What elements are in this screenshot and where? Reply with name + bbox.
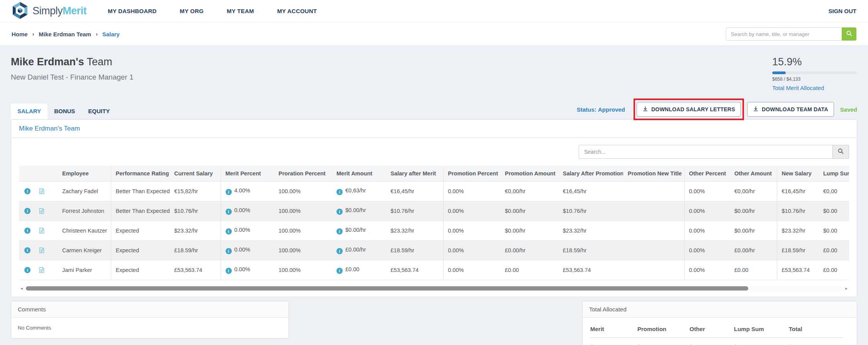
cell-promotion-percent: 0.00% <box>443 260 500 280</box>
info-icon[interactable]: i <box>226 248 232 254</box>
cell-salary-after-merit: $10.76/hr <box>386 201 443 221</box>
merit-progress-bar <box>772 71 856 74</box>
download-icon <box>642 106 648 113</box>
cell-merit-amount: i£0.00 <box>332 260 386 280</box>
cell-promotion-percent: 0.00% <box>443 201 500 221</box>
cell-new-salary: £53,563.74 <box>777 260 819 280</box>
cell-new-salary: $23.32/hr <box>777 221 819 241</box>
info-icon[interactable]: i <box>336 209 343 215</box>
cell-merit-amount: i£0.00/hr <box>332 241 386 260</box>
breadcrumb: Home›Mike Erdman Team›Salary <box>12 31 120 37</box>
info-icon[interactable]: i <box>336 248 343 254</box>
download-team-data-button[interactable]: DOWNLOAD TEAM DATA <box>747 102 834 117</box>
tab-bonus[interactable]: BONUS <box>48 104 82 119</box>
cell-other-percent: 0.00% <box>684 182 730 201</box>
comments-empty-text: No Comments <box>11 318 289 338</box>
scrollbar-thumb[interactable] <box>26 286 748 291</box>
info-icon[interactable]: i <box>24 267 31 273</box>
cell-other-percent: 0.00% <box>684 260 730 280</box>
total-allocated-value-promotion: $0.00 <box>637 338 690 345</box>
download-salary-letters-button[interactable]: DOWNLOAD SALARY LETTERS <box>637 102 741 117</box>
column-header-performance-rating: Performance Rating <box>111 166 170 182</box>
cell-merit-percent: i0.00% <box>221 201 274 221</box>
cell-merit-amount: i$0.00/hr <box>332 221 386 241</box>
cell-current-salary: £18.59/hr <box>170 241 221 260</box>
status-text: Status: Approved <box>577 106 625 113</box>
table-search-button[interactable] <box>833 145 849 159</box>
main-nav: MY DASHBOARDMY ORGMY TEAMMY ACCOUNT <box>108 8 317 14</box>
document-icon[interactable] <box>38 207 45 214</box>
cell-employee: Carmen Kreiger <box>58 241 111 260</box>
brand-logo[interactable]: SimplyMerit <box>12 2 87 20</box>
breadcrumb-item-home[interactable]: Home <box>12 31 28 37</box>
sign-out-button[interactable]: SIGN OUT <box>828 8 856 14</box>
team-panel: Mike Erdman's Team EmployeePerformance R… <box>11 119 857 297</box>
horizontal-scrollbar: ◂ ▸ <box>19 286 849 291</box>
info-icon[interactable]: i <box>336 189 343 195</box>
column-header-employee: Employee <box>58 166 111 182</box>
tab-salary[interactable]: SALARY <box>11 104 48 119</box>
cell-new-salary: €16,45/hr <box>777 182 819 201</box>
global-search <box>726 27 856 41</box>
info-icon[interactable]: i <box>226 209 232 215</box>
total-allocated-values-row: $657.95$0.00$0.00$0.00$657.95 <box>590 338 849 345</box>
cell-employee: Christeen Kautzer <box>58 221 111 241</box>
team-table-body: iZachary FadelBetter Than Expected€15,82… <box>19 182 849 280</box>
global-search-input[interactable] <box>726 27 842 41</box>
salary-table-clip: EmployeePerformance RatingCurrent Salary… <box>19 166 849 280</box>
info-icon[interactable]: i <box>226 228 232 235</box>
simplymerit-hex-icon <box>12 2 29 20</box>
cell-new-salary: $10.76/hr <box>777 201 819 221</box>
info-icon[interactable]: i <box>226 268 232 274</box>
cell-employee: Jami Parker <box>58 260 111 280</box>
info-icon[interactable]: i <box>226 189 232 195</box>
tab-equity[interactable]: EQUITY <box>82 104 116 119</box>
saved-badge: Saved <box>840 106 857 113</box>
scroll-left-icon[interactable]: ◂ <box>19 286 24 291</box>
cell-new-salary: £18.59/hr <box>777 241 819 260</box>
column-header-merit-percent: Merit Percent <box>221 166 274 182</box>
document-icon[interactable] <box>38 227 45 234</box>
total-merit-allocated-link[interactable]: Total Merit Allocated <box>772 85 856 91</box>
info-icon[interactable]: i <box>336 228 343 235</box>
document-icon[interactable] <box>38 267 45 274</box>
cell-employee: Forrest Johnston <box>58 201 111 221</box>
breadcrumb-item-salary[interactable]: Salary <box>102 31 120 37</box>
cell-current-salary: $23.32/hr <box>170 221 221 241</box>
breadcrumb-item-mike-erdman-team[interactable]: Mike Erdman Team <box>39 31 91 37</box>
info-icon[interactable]: i <box>24 228 31 234</box>
global-search-button[interactable] <box>842 27 856 41</box>
document-icon[interactable] <box>38 188 45 195</box>
page-subtitle: New Daniel Test - Finance Manager 1 <box>11 73 134 82</box>
cell-performance-rating: Expected <box>111 221 170 241</box>
team-panel-title[interactable]: Mike Erdman's Team <box>11 120 857 138</box>
total-allocated-panel: Total Allocated MeritPromotionOtherLump … <box>582 301 857 345</box>
nav-item-my-account[interactable]: MY ACCOUNT <box>277 8 317 14</box>
table-row: iCarmen KreigerExpected£18.59/hri0.00%10… <box>19 241 849 260</box>
column-header-promotion-new-title: Promotion New Title <box>623 166 684 182</box>
scroll-right-icon[interactable]: ▸ <box>844 286 849 291</box>
nav-item-my-team[interactable]: MY TEAM <box>227 8 254 14</box>
row-icons-cell: i <box>19 221 58 241</box>
cell-promotion-percent: 0.00% <box>443 182 500 201</box>
merit-percent: 15.9% <box>772 56 856 68</box>
total-allocated-column-promotion: Promotion <box>637 320 690 338</box>
cell-promotion-percent: 0.00% <box>443 241 500 260</box>
nav-item-my-dashboard[interactable]: MY DASHBOARD <box>108 8 156 14</box>
nav-item-my-org[interactable]: MY ORG <box>180 8 204 14</box>
document-icon[interactable] <box>38 247 45 254</box>
column-header-merit-amount: Merit Amount <box>332 166 386 182</box>
cell-current-salary: €15,82/hr <box>170 182 221 201</box>
cell-performance-rating: Expected <box>111 241 170 260</box>
salary-table: EmployeePerformance RatingCurrent Salary… <box>19 166 849 280</box>
actions-bar: Status: Approved DOWNLOAD SALARY LETTERS <box>577 102 857 119</box>
table-search <box>19 145 849 159</box>
info-icon[interactable]: i <box>24 247 31 253</box>
info-icon[interactable]: i <box>336 268 343 274</box>
cell-other-percent: 0.00% <box>684 221 730 241</box>
table-search-input[interactable] <box>579 145 833 159</box>
info-icon[interactable]: i <box>24 188 31 194</box>
cell-promotion-percent: 0.00% <box>443 221 500 241</box>
total-allocated-value-total: $657.95 <box>789 338 843 345</box>
info-icon[interactable]: i <box>24 208 31 214</box>
